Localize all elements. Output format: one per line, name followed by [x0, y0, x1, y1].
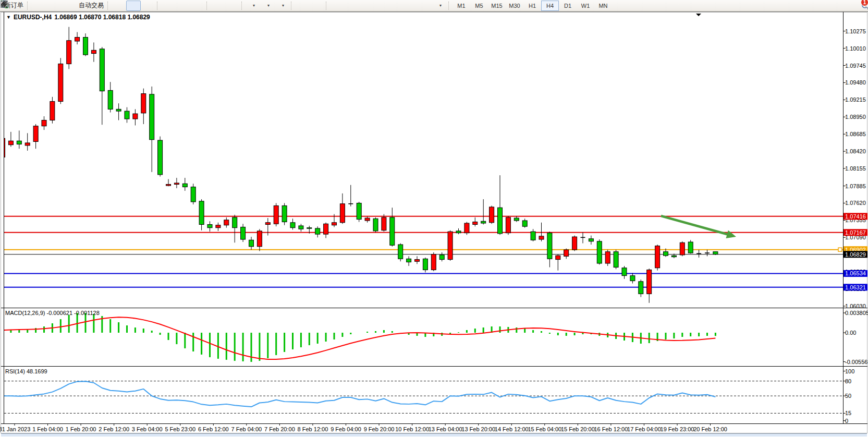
horizontal-line-button[interactable]	[345, 1, 359, 11]
dropdown-arrow-icon[interactable]: ▾	[267, 3, 270, 8]
toolbar-separator	[157, 2, 160, 10]
line-chart-button[interactable]	[141, 1, 155, 11]
dropdown-arrow-icon[interactable]: ▾	[253, 3, 255, 8]
candle-body	[191, 187, 195, 202]
price-tick-label: 1.08155	[845, 165, 866, 172]
zoom-in-button[interactable]	[161, 1, 176, 11]
candle-body	[407, 259, 411, 262]
dropdown-arrow-icon[interactable]: ▾	[282, 3, 284, 8]
timeframe-h4-button[interactable]: H4	[541, 1, 559, 11]
rsi-tick-label: 80	[845, 378, 851, 384]
chart-canvas[interactable]: 1.102751.100101.097451.094801.092151.089…	[0, 11, 868, 437]
price-tick-label: 1.08685	[845, 131, 866, 137]
candle-body	[680, 242, 684, 255]
price-badge-label: 1.06829	[845, 251, 866, 258]
timeframe-mn-button[interactable]: MN	[594, 1, 612, 11]
candle-body	[688, 242, 693, 253]
candle-body	[307, 228, 312, 229]
timeframe-h1-button[interactable]: H1	[523, 1, 541, 11]
candle-body	[290, 223, 295, 228]
time-tick-label: 3 Feb 04:00	[132, 426, 163, 432]
candle-body	[464, 223, 469, 233]
toolbar-right-group: 1	[861, 1, 865, 10]
price-tick-label: 1.08950	[845, 114, 866, 120]
candle-body	[622, 268, 627, 276]
market-watch-button[interactable]	[31, 1, 46, 11]
candlestick-chart-button[interactable]	[126, 1, 141, 11]
label-button[interactable]: T	[418, 1, 432, 11]
tile-windows-button[interactable]	[190, 1, 205, 11]
shapes-button[interactable]: ▾	[432, 1, 447, 11]
vertical-line-button[interactable]	[330, 1, 345, 11]
indicator-windows-button[interactable]: ▾	[275, 1, 289, 11]
candle-body	[282, 205, 287, 222]
toolbar-separator	[326, 2, 328, 10]
time-tick-label: 9 Feb 04:00	[331, 426, 361, 432]
time-tick-label: 15 Feb 04:00	[528, 426, 561, 432]
candle-body	[439, 255, 444, 260]
symbol-dropdown-icon[interactable]: ▼	[6, 15, 11, 20]
candle-body	[531, 232, 535, 240]
trendline-button[interactable]	[359, 1, 374, 11]
chart-title-symbol: EURUSD-,H4	[14, 14, 52, 21]
fibonacci-button[interactable]: F	[388, 1, 403, 11]
rsi-tick-label: 50	[845, 393, 851, 399]
time-tick-label: 14 Feb 12:00	[495, 426, 529, 432]
crosshair-button[interactable]	[310, 1, 324, 11]
timeframe-m1-button[interactable]: M1	[453, 1, 470, 11]
candle-body	[100, 49, 104, 91]
text-button[interactable]: A	[403, 1, 418, 11]
candle-body	[539, 236, 544, 239]
auto-trading-button[interactable]: 自动交易	[75, 1, 106, 11]
price-badge-label: 1.07167	[845, 229, 866, 236]
candle-body	[17, 141, 21, 144]
candle-body	[91, 50, 96, 53]
macd-tick-label: 0.00	[845, 330, 856, 336]
auto-trading-button-label: 自动交易	[79, 1, 104, 10]
price-badge-label: 1.06534	[845, 270, 866, 276]
chart-shift-button[interactable]	[225, 1, 240, 11]
chart-title-ohlc: 1.06869 1.06870 1.06818 1.06829	[54, 14, 150, 21]
candle-body	[75, 38, 80, 41]
candle-body	[498, 208, 503, 234]
timeframe-w1-button[interactable]: W1	[577, 1, 594, 11]
auto-scroll-button[interactable]	[211, 1, 225, 11]
candle-body	[67, 41, 71, 64]
candle-body	[166, 184, 171, 185]
data-window-button[interactable]	[46, 1, 60, 11]
zoom-out-button[interactable]	[176, 1, 190, 11]
candle-body	[365, 218, 370, 221]
toolbar-separator	[448, 2, 451, 10]
bar-chart-button[interactable]	[112, 1, 126, 11]
timeframe-m5-button[interactable]: M5	[470, 1, 488, 11]
candle-body	[671, 256, 676, 257]
candle-body	[572, 237, 577, 250]
cursor-button[interactable]	[295, 1, 310, 11]
channel-button[interactable]: E	[374, 1, 388, 11]
timeframe-m15-button[interactable]: M15	[488, 1, 506, 11]
toolbar-separator	[206, 2, 209, 10]
candle-body	[324, 224, 328, 234]
candle-body	[125, 111, 129, 119]
candle-body	[390, 217, 395, 245]
candle-body	[83, 38, 88, 55]
new-chart-button[interactable]: ▾	[246, 1, 260, 11]
profiles-button[interactable]: ▾	[260, 1, 275, 11]
signals-button[interactable]	[60, 1, 75, 11]
chart-window[interactable]: 1.102751.100101.097451.094801.092151.089…	[0, 11, 868, 437]
price-tick-label: 1.08420	[845, 148, 866, 154]
candle-body	[647, 270, 652, 294]
price-tick-label: 1.06030	[845, 303, 866, 309]
candle-body	[50, 101, 55, 120]
timeframe-m30-button[interactable]: M30	[506, 1, 523, 11]
dropdown-arrow-icon[interactable]: ▾	[439, 3, 442, 8]
hline-handle[interactable]	[838, 248, 842, 251]
price-tick-label: 1.10010	[845, 45, 866, 52]
price-tick-label: 1.09215	[845, 96, 866, 103]
candle-body	[506, 217, 510, 233]
candle-body	[398, 245, 403, 259]
price-tick-label: 1.10275	[845, 28, 866, 34]
time-tick-label: 17 Feb 04:00	[627, 426, 661, 432]
notification-badge: 1	[861, 0, 868, 6]
timeframe-d1-button[interactable]: D1	[559, 1, 577, 11]
